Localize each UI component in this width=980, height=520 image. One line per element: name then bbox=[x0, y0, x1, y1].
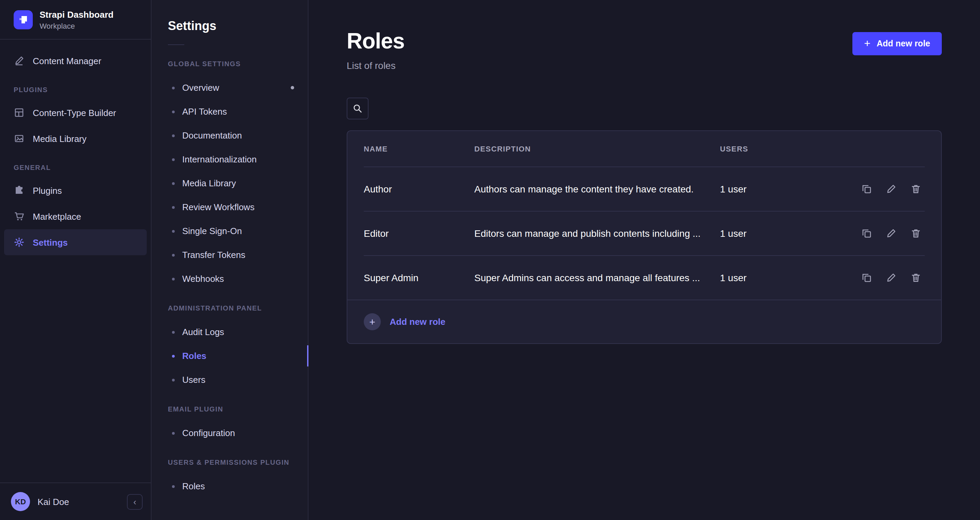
edit-button[interactable] bbox=[882, 180, 900, 197]
subnav-item-roles[interactable]: Roles bbox=[151, 344, 308, 368]
avatar[interactable]: KD bbox=[11, 492, 30, 511]
sidebar-item-label: Content-Type Builder bbox=[33, 108, 116, 118]
subnav-item-single-sign-on[interactable]: Single Sign-On bbox=[151, 219, 308, 243]
notification-dot bbox=[291, 86, 294, 89]
sidebar-item-content-type-builder[interactable]: Content-Type Builder bbox=[0, 100, 151, 126]
sidebar-item-media-library[interactable]: Media Library bbox=[0, 126, 151, 151]
subnav-item-label: Users bbox=[182, 375, 205, 385]
role-users-count: 1 user bbox=[720, 227, 850, 239]
sidebar-item-label: Plugins bbox=[33, 185, 62, 196]
table-row[interactable]: Author Authors can manage the content th… bbox=[347, 167, 941, 211]
bullet-icon bbox=[172, 253, 175, 256]
cart-icon bbox=[14, 211, 25, 222]
page-header: Roles List of roles + Add new role bbox=[347, 29, 942, 71]
subnav-item-label: Roles bbox=[182, 481, 205, 491]
delete-button[interactable] bbox=[907, 224, 925, 242]
subnav-item-label: Webhooks bbox=[182, 274, 224, 284]
duplicate-button[interactable] bbox=[858, 180, 876, 197]
subnav-item-api-tokens[interactable]: API Tokens bbox=[151, 100, 308, 124]
table-toolbar bbox=[347, 98, 942, 119]
page-subtitle: List of roles bbox=[347, 60, 404, 71]
table-row[interactable]: Super Admin Super Admins can access and … bbox=[347, 255, 941, 300]
nav-section-plugins: PLUGINS bbox=[0, 74, 151, 100]
sidebar-item-content-manager[interactable]: Content Manager bbox=[0, 48, 151, 74]
bullet-icon bbox=[172, 277, 175, 280]
brand-title: Strapi Dashboard bbox=[40, 10, 114, 20]
pencil-icon bbox=[886, 272, 897, 283]
delete-button[interactable] bbox=[907, 180, 925, 197]
subnav-item-up-roles[interactable]: Roles bbox=[151, 474, 308, 498]
subnav-divider bbox=[168, 45, 184, 45]
subnav-item-label: Transfer Tokens bbox=[182, 250, 245, 260]
plus-circle-icon: + bbox=[364, 313, 381, 330]
subnav-section-administration-panel: ADMINISTRATION PANEL bbox=[151, 291, 308, 320]
table-row[interactable]: Editor Editors can manage and publish co… bbox=[347, 211, 941, 255]
sidebar-item-label: Marketplace bbox=[33, 211, 81, 221]
bullet-icon bbox=[172, 182, 175, 184]
nav-section-general: GENERAL bbox=[0, 151, 151, 177]
plus-icon: + bbox=[864, 40, 870, 48]
subnav-item-label: Roles bbox=[182, 351, 207, 361]
row-actions bbox=[850, 269, 925, 286]
delete-button[interactable] bbox=[907, 269, 925, 286]
pen-icon bbox=[14, 55, 25, 66]
search-icon bbox=[352, 103, 363, 114]
main-sidebar: Strapi Dashboard Workplace Content Manag… bbox=[0, 0, 151, 520]
role-name: Author bbox=[364, 183, 474, 194]
subnav-section-global-settings: GLOBAL SETTINGS bbox=[151, 46, 308, 76]
subnav-item-media-library[interactable]: Media Library bbox=[151, 171, 308, 195]
pencil-icon bbox=[886, 183, 897, 194]
layout-grid-icon bbox=[14, 107, 25, 118]
role-description: Editors can manage and publish contents … bbox=[474, 227, 720, 239]
row-actions bbox=[850, 224, 925, 242]
bullet-icon bbox=[172, 86, 175, 89]
sidebar-item-plugins[interactable]: Plugins bbox=[0, 177, 151, 204]
picture-icon bbox=[14, 133, 25, 144]
brand-subtitle: Workplace bbox=[40, 22, 114, 30]
table-footer-add-role[interactable]: + Add new role bbox=[347, 300, 941, 343]
subnav-item-label: Review Workflows bbox=[182, 202, 255, 212]
subnav-item-label: Audit Logs bbox=[182, 327, 224, 337]
role-name: Super Admin bbox=[364, 272, 474, 283]
sidebar-item-settings[interactable]: Settings bbox=[4, 229, 147, 255]
user-name: Kai Doe bbox=[38, 496, 119, 507]
search-button[interactable] bbox=[347, 98, 369, 119]
subnav-item-label: Documentation bbox=[182, 130, 242, 141]
edit-button[interactable] bbox=[882, 224, 900, 242]
trash-icon bbox=[910, 183, 921, 194]
role-users-count: 1 user bbox=[720, 272, 850, 283]
subnav-item-users[interactable]: Users bbox=[151, 368, 308, 392]
settings-subnav: Settings GLOBAL SETTINGS Overview API To… bbox=[151, 0, 309, 520]
collapse-sidebar-button[interactable]: ‹ bbox=[127, 494, 143, 509]
bullet-icon bbox=[172, 230, 175, 232]
sidebar-item-label: Media Library bbox=[33, 134, 87, 144]
subnav-item-configuration[interactable]: Configuration bbox=[151, 421, 308, 445]
subnav-item-review-workflows[interactable]: Review Workflows bbox=[151, 195, 308, 219]
column-header-users: USERS bbox=[720, 145, 850, 153]
role-name: Editor bbox=[364, 227, 474, 239]
add-new-role-button[interactable]: + Add new role bbox=[853, 32, 942, 55]
subnav-item-overview[interactable]: Overview bbox=[151, 76, 308, 100]
bullet-icon bbox=[172, 378, 175, 381]
sidebar-item-label: Settings bbox=[33, 237, 68, 247]
sidebar-item-label: Content Manager bbox=[33, 56, 101, 66]
subnav-item-documentation[interactable]: Documentation bbox=[151, 124, 308, 147]
bullet-icon bbox=[172, 158, 175, 161]
bullet-icon bbox=[172, 110, 175, 113]
strapi-logo-icon bbox=[14, 10, 33, 29]
subnav-section-users-permissions-plugin: USERS & PERMISSIONS PLUGIN bbox=[151, 445, 308, 474]
bullet-icon bbox=[172, 206, 175, 208]
page-title: Roles bbox=[347, 29, 404, 54]
subnav-item-internationalization[interactable]: Internationalization bbox=[151, 147, 308, 171]
brand[interactable]: Strapi Dashboard Workplace bbox=[0, 0, 151, 40]
subnav-item-audit-logs[interactable]: Audit Logs bbox=[151, 320, 308, 344]
user-area: KD Kai Doe ‹ bbox=[0, 482, 151, 520]
subnav-item-transfer-tokens[interactable]: Transfer Tokens bbox=[151, 243, 308, 267]
subnav-item-webhooks[interactable]: Webhooks bbox=[151, 267, 308, 291]
edit-button[interactable] bbox=[882, 269, 900, 286]
gear-icon bbox=[14, 237, 25, 248]
duplicate-button[interactable] bbox=[858, 224, 876, 242]
sidebar-item-marketplace[interactable]: Marketplace bbox=[0, 204, 151, 229]
duplicate-button[interactable] bbox=[858, 269, 876, 286]
puzzle-icon bbox=[14, 185, 25, 196]
